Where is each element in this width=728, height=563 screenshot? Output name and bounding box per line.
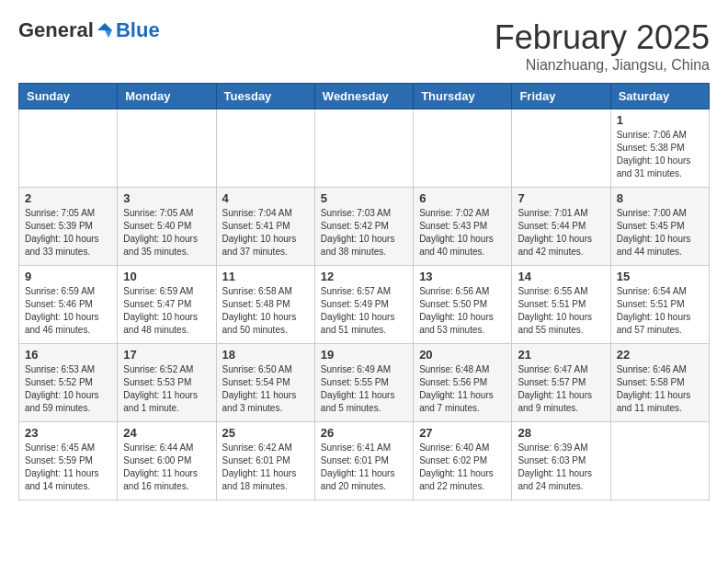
day-number: 1	[617, 113, 703, 127]
day-number: 5	[321, 191, 407, 205]
logo: General Blue	[18, 18, 160, 42]
calendar-cell: 10Sunrise: 6:59 AM Sunset: 5:47 PM Dayli…	[118, 266, 216, 344]
day-number: 15	[617, 270, 703, 283]
calendar-cell	[610, 422, 709, 500]
day-info: Sunrise: 6:48 AM Sunset: 5:56 PM Dayligh…	[419, 363, 506, 415]
calendar-cell: 19Sunrise: 6:49 AM Sunset: 5:55 PM Dayli…	[314, 344, 413, 422]
page-header: General Blue February 2025 Nianzhuang, J…	[18, 18, 710, 74]
day-number: 17	[123, 348, 210, 362]
day-info: Sunrise: 6:39 AM Sunset: 6:03 PM Dayligh…	[518, 442, 604, 493]
day-number: 2	[25, 191, 111, 205]
calendar-cell: 24Sunrise: 6:44 AM Sunset: 6:00 PM Dayli…	[118, 422, 216, 500]
calendar-cell: 8Sunrise: 7:00 AM Sunset: 5:45 PM Daylig…	[610, 188, 709, 266]
weekday-header-wednesday: Wednesday	[314, 84, 413, 109]
weekday-header-friday: Friday	[512, 84, 610, 109]
day-info: Sunrise: 6:47 AM Sunset: 5:57 PM Dayligh…	[518, 363, 604, 415]
month-title: February 2025	[495, 18, 710, 57]
day-info: Sunrise: 6:59 AM Sunset: 5:47 PM Dayligh…	[123, 285, 210, 337]
calendar-cell: 21Sunrise: 6:47 AM Sunset: 5:57 PM Dayli…	[512, 344, 610, 422]
calendar-cell: 27Sunrise: 6:40 AM Sunset: 6:02 PM Dayli…	[414, 422, 512, 500]
day-info: Sunrise: 6:41 AM Sunset: 6:01 PM Dayligh…	[321, 442, 407, 493]
calendar-cell: 15Sunrise: 6:54 AM Sunset: 5:51 PM Dayli…	[610, 266, 709, 344]
calendar-week-row: 9Sunrise: 6:59 AM Sunset: 5:46 PM Daylig…	[19, 266, 710, 344]
day-info: Sunrise: 7:04 AM Sunset: 5:41 PM Dayligh…	[222, 207, 309, 259]
calendar-cell: 7Sunrise: 7:01 AM Sunset: 5:44 PM Daylig…	[512, 188, 610, 266]
calendar-cell: 5Sunrise: 7:03 AM Sunset: 5:42 PM Daylig…	[314, 188, 413, 266]
day-info: Sunrise: 6:54 AM Sunset: 5:51 PM Dayligh…	[617, 285, 703, 337]
day-info: Sunrise: 6:52 AM Sunset: 5:53 PM Dayligh…	[123, 363, 210, 415]
weekday-header-sunday: Sunday	[19, 84, 118, 109]
day-info: Sunrise: 6:57 AM Sunset: 5:49 PM Dayligh…	[321, 285, 407, 337]
day-info: Sunrise: 7:02 AM Sunset: 5:43 PM Dayligh…	[419, 207, 506, 259]
calendar-cell: 16Sunrise: 6:53 AM Sunset: 5:52 PM Dayli…	[19, 344, 118, 422]
logo-icon	[96, 21, 114, 40]
day-info: Sunrise: 6:45 AM Sunset: 5:59 PM Dayligh…	[25, 442, 111, 493]
calendar-week-row: 2Sunrise: 7:05 AM Sunset: 5:39 PM Daylig…	[19, 188, 710, 266]
calendar-week-row: 1Sunrise: 7:06 AM Sunset: 5:38 PM Daylig…	[19, 109, 710, 188]
svg-marker-0	[97, 23, 112, 30]
calendar-cell: 13Sunrise: 6:56 AM Sunset: 5:50 PM Dayli…	[414, 266, 512, 344]
day-info: Sunrise: 6:53 AM Sunset: 5:52 PM Dayligh…	[25, 363, 111, 415]
calendar-cell: 26Sunrise: 6:41 AM Sunset: 6:01 PM Dayli…	[314, 422, 413, 500]
calendar-cell: 9Sunrise: 6:59 AM Sunset: 5:46 PM Daylig…	[19, 266, 118, 344]
day-info: Sunrise: 7:03 AM Sunset: 5:42 PM Dayligh…	[321, 207, 407, 259]
calendar-cell	[314, 109, 413, 188]
calendar-week-row: 16Sunrise: 6:53 AM Sunset: 5:52 PM Dayli…	[19, 344, 710, 422]
calendar-cell: 25Sunrise: 6:42 AM Sunset: 6:01 PM Dayli…	[216, 422, 314, 500]
day-number: 27	[419, 426, 506, 440]
day-info: Sunrise: 6:56 AM Sunset: 5:50 PM Dayligh…	[419, 285, 506, 337]
day-number: 6	[419, 191, 506, 205]
calendar-cell	[19, 109, 118, 188]
logo-blue-text: Blue	[116, 18, 160, 42]
location-subtitle: Nianzhuang, Jiangsu, China	[495, 57, 710, 74]
weekday-header-saturday: Saturday	[610, 84, 709, 109]
calendar-table: SundayMondayTuesdayWednesdayThursdayFrid…	[18, 83, 710, 500]
calendar-week-row: 23Sunrise: 6:45 AM Sunset: 5:59 PM Dayli…	[19, 422, 710, 500]
calendar-cell	[512, 109, 610, 188]
day-number: 26	[321, 426, 407, 440]
day-number: 4	[222, 191, 309, 205]
calendar-cell: 6Sunrise: 7:02 AM Sunset: 5:43 PM Daylig…	[414, 188, 512, 266]
calendar-cell: 18Sunrise: 6:50 AM Sunset: 5:54 PM Dayli…	[216, 344, 314, 422]
logo-general-text: General	[18, 18, 94, 42]
day-info: Sunrise: 6:49 AM Sunset: 5:55 PM Dayligh…	[321, 363, 407, 415]
day-info: Sunrise: 6:55 AM Sunset: 5:51 PM Dayligh…	[518, 285, 604, 337]
day-info: Sunrise: 6:42 AM Sunset: 6:01 PM Dayligh…	[222, 442, 309, 493]
day-info: Sunrise: 7:00 AM Sunset: 5:45 PM Dayligh…	[617, 207, 703, 259]
day-number: 23	[25, 426, 111, 440]
day-number: 28	[518, 426, 604, 440]
day-info: Sunrise: 6:40 AM Sunset: 6:02 PM Dayligh…	[419, 442, 506, 493]
day-info: Sunrise: 7:06 AM Sunset: 5:38 PM Dayligh…	[617, 129, 703, 180]
weekday-header-row: SundayMondayTuesdayWednesdayThursdayFrid…	[19, 84, 710, 109]
calendar-cell: 23Sunrise: 6:45 AM Sunset: 5:59 PM Dayli…	[19, 422, 118, 500]
calendar-cell: 17Sunrise: 6:52 AM Sunset: 5:53 PM Dayli…	[118, 344, 216, 422]
weekday-header-thursday: Thursday	[414, 84, 512, 109]
calendar-cell: 11Sunrise: 6:58 AM Sunset: 5:48 PM Dayli…	[216, 266, 314, 344]
calendar-cell: 22Sunrise: 6:46 AM Sunset: 5:58 PM Dayli…	[610, 344, 709, 422]
calendar-cell	[414, 109, 512, 188]
day-number: 24	[123, 426, 210, 440]
calendar-cell: 4Sunrise: 7:04 AM Sunset: 5:41 PM Daylig…	[216, 188, 314, 266]
day-number: 22	[617, 348, 703, 362]
day-number: 11	[222, 270, 309, 283]
calendar-cell: 28Sunrise: 6:39 AM Sunset: 6:03 PM Dayli…	[512, 422, 610, 500]
day-number: 8	[617, 191, 703, 205]
day-info: Sunrise: 6:50 AM Sunset: 5:54 PM Dayligh…	[222, 363, 309, 415]
day-number: 14	[518, 270, 604, 283]
title-block: February 2025 Nianzhuang, Jiangsu, China	[495, 18, 710, 74]
calendar-cell: 20Sunrise: 6:48 AM Sunset: 5:56 PM Dayli…	[414, 344, 512, 422]
day-info: Sunrise: 7:05 AM Sunset: 5:39 PM Dayligh…	[25, 207, 111, 259]
calendar-cell: 1Sunrise: 7:06 AM Sunset: 5:38 PM Daylig…	[610, 109, 709, 188]
calendar-cell: 14Sunrise: 6:55 AM Sunset: 5:51 PM Dayli…	[512, 266, 610, 344]
day-number: 20	[419, 348, 506, 362]
day-number: 12	[321, 270, 407, 283]
weekday-header-tuesday: Tuesday	[216, 84, 314, 109]
calendar-cell: 12Sunrise: 6:57 AM Sunset: 5:49 PM Dayli…	[314, 266, 413, 344]
day-number: 13	[419, 270, 506, 283]
day-number: 25	[222, 426, 309, 440]
day-number: 3	[123, 191, 210, 205]
calendar-cell	[216, 109, 314, 188]
day-number: 7	[518, 191, 604, 205]
day-number: 18	[222, 348, 309, 362]
calendar-cell	[118, 109, 216, 188]
